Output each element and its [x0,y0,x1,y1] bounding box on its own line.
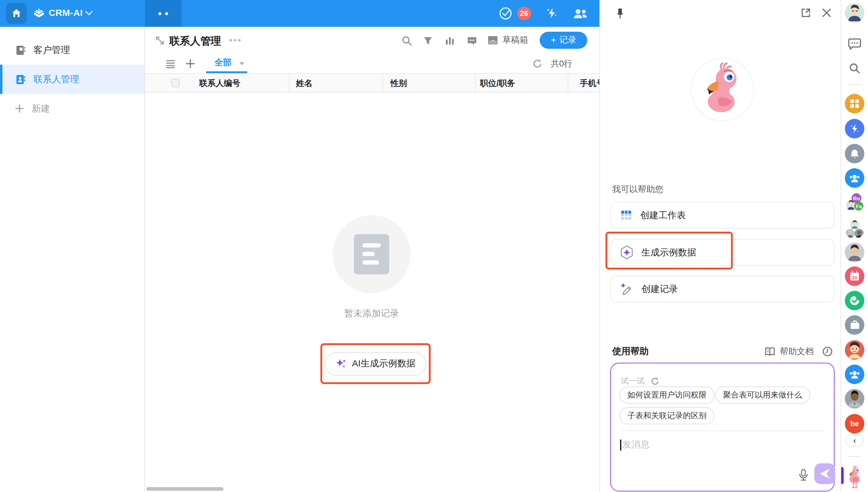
column-header[interactable]: 手机号码 [580,78,599,89]
dock-search-icon[interactable] [845,58,864,78]
help-doc-label: 帮助文档 [780,346,814,357]
workspace-tab[interactable] [145,0,182,27]
workspace-avatar-cluster[interactable]: Ro Fa [845,193,864,212]
plus-icon [15,104,24,114]
sidebar-item-label: 联系人管理 [33,73,79,85]
apps-grid-icon[interactable] [845,94,864,114]
notification-badge[interactable]: 26 [517,7,531,20]
caret-down-icon[interactable] [239,62,245,66]
action-label: 创建记录 [641,283,678,295]
sidebar: 客户管理 联系人管理 新建 [0,27,145,492]
mic-icon[interactable] [797,468,810,482]
search-icon[interactable] [401,35,412,46]
chat-bubble-icon[interactable] [845,34,864,54]
chevron-left-glyph: ‹ [853,436,856,445]
action-create-worksheet[interactable]: 创建工作表 [610,202,835,229]
row-count: 共0行 [551,58,573,70]
badge-be[interactable]: be [845,414,864,434]
help-title: 使用帮助 [612,346,649,357]
suggestion-chip[interactable]: 如何设置用户访问权限 [620,387,714,403]
view-toolbar: 联系人管理 草稿箱 + 记录 [145,27,599,55]
address-book-icon [15,44,26,56]
app-dock: Ro Fa 20 [841,0,868,492]
badge-be-label: be [850,419,859,428]
home-icon [11,8,22,19]
list-icon[interactable] [165,59,176,69]
team-avatar-cluster[interactable] [845,220,864,239]
column-header[interactable]: 职位/职务 [480,78,515,89]
filter-icon[interactable] [423,35,433,46]
horizontal-scrollbar[interactable] [146,487,223,491]
book-icon [764,347,775,356]
action-create-record[interactable]: 创建记录 [610,276,835,302]
sidebar-item-customers[interactable]: 客户管理 [0,35,144,65]
home-button[interactable] [6,3,27,24]
tab-all[interactable]: 全部 [214,57,232,68]
refresh-icon[interactable] [532,58,543,69]
column-header[interactable]: 姓名 [296,78,313,89]
bar-chart-icon[interactable] [445,35,455,46]
table-header: 联系人编号 姓名 性别 职位/职务 手机号码 [145,73,599,93]
annotation-box-panel [605,232,733,269]
draft-box-button[interactable]: 草稿箱 [487,35,528,46]
app-name[interactable]: CRM-AI [49,7,83,18]
flamingo-bot-icon[interactable] [845,466,864,489]
select-all-checkbox[interactable] [171,79,180,87]
svg-text:Fa: Fa [856,204,862,210]
ai-generate-sample-label: AI生成示例数据 [352,358,415,369]
sidebar-item-contacts[interactable]: 联系人管理 [0,65,144,94]
column-header[interactable]: 性别 [390,78,407,89]
sidebar-item-label: 客户管理 [33,44,70,56]
try-label: 试一试 [621,375,645,387]
automation-bolt-icon[interactable] [845,119,864,139]
sidebar-item-new[interactable]: 新建 [0,94,144,123]
empty-state-illustration [333,215,411,293]
suggestion-chip[interactable]: 子表和关联记录的区别 [620,407,714,424]
calendar-icon[interactable]: 20 [845,266,864,286]
refresh-suggestions-icon[interactable] [651,376,660,386]
close-icon[interactable] [821,7,832,18]
chevron-down-icon[interactable] [85,11,93,16]
help-doc-link[interactable]: 帮助文档 [764,346,814,357]
ai-generate-sample-button[interactable]: AI生成示例数据 [325,352,426,375]
table-grid-icon [620,209,632,221]
ai-assistant-panel: 我可以帮助您 创建工作表 生成示例数据 创建记录 [599,0,841,492]
active-indicator [0,65,2,94]
suggestion-chip[interactable]: 聚合表可以用来做什么 [715,387,810,403]
new-record-button[interactable]: + 记录 [540,32,587,49]
empty-state-message: 暂未添加记录 [333,308,411,319]
people-icon[interactable] [573,7,588,20]
new-record-label: 记录 [559,35,576,46]
chat-input-box[interactable]: 试一试 如何设置用户访问权限 聚合表可以用来做什么 子表和关联记录的区别 发消息 [610,363,835,491]
contacts-group-icon[interactable] [845,365,864,384]
collapse-dock-button[interactable]: ‹ [845,434,864,447]
user-avatar[interactable] [845,3,864,23]
tasks-done-icon[interactable] [845,291,864,310]
member-avatar[interactable] [845,340,864,360]
open-in-new-icon[interactable] [800,7,811,18]
inbox-icon [487,35,498,45]
add-view-icon[interactable] [185,58,195,69]
column-header[interactable]: 联系人编号 [199,78,240,89]
document-icon [354,234,389,274]
notifications-bell-icon[interactable] [845,144,864,164]
tasks-check-icon[interactable] [499,7,512,20]
message-input[interactable]: 发消息 [620,439,650,450]
history-clock-icon[interactable] [822,346,833,356]
contacts-group-icon[interactable] [845,168,864,188]
contact-card-icon [15,73,26,85]
member-avatar[interactable] [845,243,864,262]
member-avatar[interactable] [845,389,864,409]
send-button[interactable] [814,463,835,484]
svg-text:20: 20 [852,275,857,280]
draft-box-label: 草稿箱 [502,35,528,46]
svg-text:Ro: Ro [853,196,860,201]
comment-icon[interactable] [467,35,478,46]
more-dots-icon[interactable] [230,39,241,42]
action-label: 创建工作表 [640,210,686,221]
pin-icon[interactable] [614,7,626,20]
bolt-sparkle-icon[interactable] [545,6,559,21]
expand-icon[interactable] [155,35,165,46]
try-suggestions: 试一试 [621,375,660,387]
briefcase-icon[interactable] [845,315,864,335]
